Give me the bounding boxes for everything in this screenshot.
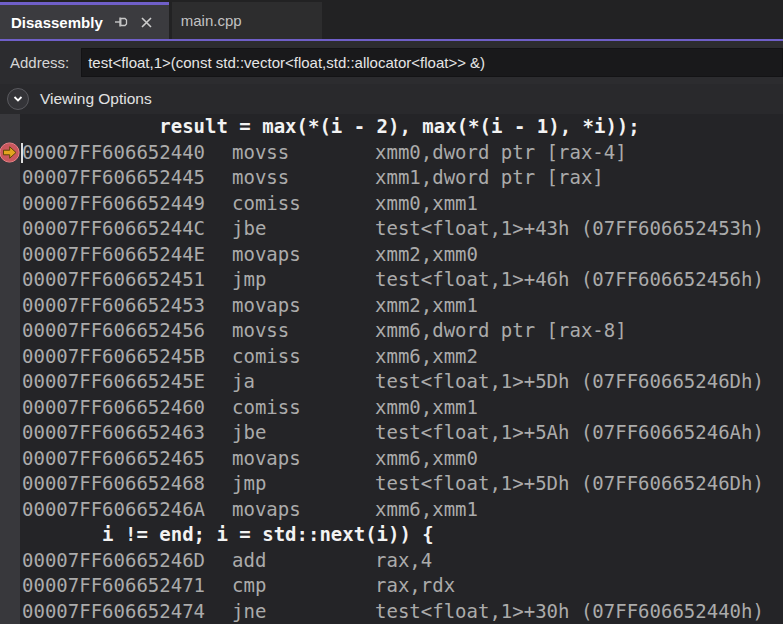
instruction-address: 00007FF60665245B (22, 344, 232, 370)
source-line-row[interactable]: result = max(*(i - 2), max(*(i - 1), *i)… (0, 114, 783, 140)
disassembly-window: Disassembly main.cpp Address: (0, 0, 783, 624)
breakpoint-gutter[interactable] (0, 216, 20, 242)
instruction-address: 00007FF606652453 (22, 293, 232, 319)
instruction-row[interactable]: 00007FF606652456movssxmm6,dword ptr [rax… (0, 318, 783, 344)
breakpoint-gutter[interactable] (0, 191, 20, 217)
instruction-address: 00007FF606652471 (22, 573, 232, 599)
breakpoint-gutter[interactable] (0, 573, 20, 599)
instruction-row[interactable]: 00007FF606652453movapsxmm2,xmm1 (0, 293, 783, 319)
instruction-mnemonic: jmp (232, 267, 375, 293)
instruction-operands: test<float,1>+30h (07FF606652440h) (375, 600, 764, 622)
chevron-down-icon[interactable] (7, 88, 29, 110)
tab-main-cpp[interactable]: main.cpp (172, 2, 322, 39)
breakpoint-gutter[interactable] (0, 522, 20, 548)
breakpoint-gutter[interactable] (0, 471, 20, 497)
instruction-line: 00007FF606652451jmptest<float,1>+46h (07… (20, 267, 764, 293)
tab-disassembly[interactable]: Disassembly (0, 2, 169, 39)
breakpoint-gutter[interactable] (0, 548, 20, 574)
instruction-row[interactable]: 00007FF60665246Amovapsxmm6,xmm1 (0, 497, 783, 523)
instruction-operands: rax,4 (375, 549, 432, 571)
instruction-operands: xmm1,dword ptr [rax] (375, 166, 604, 188)
instruction-row[interactable]: 00007FF60665246Daddrax,4 (0, 548, 783, 574)
instruction-address: 00007FF60665246D (22, 548, 232, 574)
breakpoint-gutter[interactable] (0, 242, 20, 268)
instruction-row[interactable]: 00007FF606652463jbetest<float,1>+5Ah (07… (0, 420, 783, 446)
instruction-operands: xmm0,dword ptr [rax-4] (375, 141, 627, 163)
source-line: result = max(*(i - 2), max(*(i - 1), *i)… (20, 114, 640, 140)
instruction-row[interactable]: 00007FF606652474jnetest<float,1>+30h (07… (0, 599, 783, 624)
instruction-mnemonic: jbe (232, 420, 375, 446)
address-bar: Address: (0, 41, 783, 84)
instruction-address: 00007FF606652456 (22, 318, 232, 344)
instruction-row[interactable]: 00007FF606652440movssxmm0,dword ptr [rax… (0, 140, 783, 166)
instruction-row[interactable]: 00007FF606652451jmptest<float,1>+46h (07… (0, 267, 783, 293)
instruction-row[interactable]: 00007FF606652445movssxmm1,dword ptr [rax… (0, 165, 783, 191)
instruction-operands: test<float,1>+43h (07FF606652453h) (375, 217, 764, 239)
instruction-operands: rax,rdx (375, 574, 455, 596)
instruction-row[interactable]: 00007FF606652449comissxmm0,xmm1 (0, 191, 783, 217)
breakpoint-gutter[interactable] (0, 165, 20, 191)
instruction-operands: xmm2,xmm0 (375, 243, 478, 265)
instruction-operands: test<float,1>+5Dh (07FF60665246Dh) (375, 370, 764, 392)
instruction-address: 00007FF606652465 (22, 446, 232, 472)
breakpoint-gutter[interactable] (0, 395, 20, 421)
instruction-line: 00007FF606652463jbetest<float,1>+5Ah (07… (20, 420, 764, 446)
instruction-line: 00007FF60665244Cjbetest<float,1>+43h (07… (20, 216, 764, 242)
instruction-row[interactable]: 00007FF606652460comissxmm0,xmm1 (0, 395, 783, 421)
instruction-row[interactable]: 00007FF60665244Cjbetest<float,1>+43h (07… (0, 216, 783, 242)
instruction-line: 00007FF606652468jmptest<float,1>+5Dh (07… (20, 471, 764, 497)
breakpoint-gutter[interactable] (0, 599, 20, 624)
breakpoint-gutter[interactable] (0, 267, 20, 293)
instruction-row[interactable]: 00007FF606652465movapsxmm6,xmm0 (0, 446, 783, 472)
instruction-mnemonic: cmp (232, 573, 375, 599)
instruction-operands: xmm6,xmm0 (375, 447, 478, 469)
tab-bar: Disassembly main.cpp (0, 0, 783, 39)
instruction-mnemonic: movss (232, 318, 375, 344)
instruction-mnemonic: jbe (232, 216, 375, 242)
instruction-row[interactable]: 00007FF60665245Ejatest<float,1>+5Dh (07F… (0, 369, 783, 395)
breakpoint-gutter[interactable] (0, 446, 20, 472)
instruction-line: 00007FF606652460comissxmm0,xmm1 (20, 395, 478, 421)
breakpoint-gutter[interactable] (0, 420, 20, 446)
viewing-options-header[interactable]: Viewing Options (0, 84, 783, 114)
instruction-mnemonic: movaps (232, 446, 375, 472)
instruction-mnemonic: ja (232, 369, 375, 395)
source-line-row[interactable]: i != end; i = std::next(i)) { (0, 522, 783, 548)
address-input[interactable] (81, 48, 783, 77)
instruction-row[interactable]: 00007FF606652468jmptest<float,1>+5Dh (07… (0, 471, 783, 497)
instruction-line: 00007FF606652449comissxmm0,xmm1 (20, 191, 478, 217)
tab-disassembly-label: Disassembly (11, 14, 103, 31)
instruction-operands: test<float,1>+5Ah (07FF60665246Ah) (375, 421, 764, 443)
pin-icon[interactable] (113, 14, 129, 30)
instruction-address: 00007FF60665244E (22, 242, 232, 268)
instruction-mnemonic: jmp (232, 471, 375, 497)
instruction-line: 00007FF60665245Ejatest<float,1>+5Dh (07F… (20, 369, 764, 395)
close-icon[interactable] (139, 14, 155, 30)
breakpoint-gutter[interactable] (0, 140, 20, 166)
breakpoint-gutter[interactable] (0, 344, 20, 370)
breakpoint-gutter[interactable] (0, 369, 20, 395)
breakpoint-gutter[interactable] (0, 114, 20, 140)
instruction-row[interactable]: 00007FF60665245Bcomissxmm6,xmm2 (0, 344, 783, 370)
disassembly-listing: result = max(*(i - 2), max(*(i - 1), *i)… (0, 114, 783, 624)
instruction-mnemonic: movaps (232, 293, 375, 319)
instruction-line: 00007FF606652456movssxmm6,dword ptr [rax… (20, 318, 627, 344)
breakpoint-gutter[interactable] (0, 318, 20, 344)
instruction-row[interactable]: 00007FF606652471cmprax,rdx (0, 573, 783, 599)
instruction-address: 00007FF60665245E (22, 369, 232, 395)
instruction-mnemonic: comiss (232, 395, 375, 421)
instruction-line: 00007FF60665244Emovapsxmm2,xmm0 (20, 242, 478, 268)
instruction-line: 00007FF606652440movssxmm0,dword ptr [rax… (20, 140, 627, 166)
instruction-address: 00007FF606652451 (22, 267, 232, 293)
instruction-operands: xmm0,xmm1 (375, 192, 478, 214)
breakpoint-gutter[interactable] (0, 293, 20, 319)
instruction-mnemonic: movaps (232, 242, 375, 268)
instruction-mnemonic: comiss (232, 344, 375, 370)
instruction-operands: xmm6,xmm2 (375, 345, 478, 367)
instruction-operands: test<float,1>+46h (07FF606652456h) (375, 268, 764, 290)
instruction-line: 00007FF606652465movapsxmm6,xmm0 (20, 446, 478, 472)
instruction-address: 00007FF60665246A (22, 497, 232, 523)
source-line: i != end; i = std::next(i)) { (20, 522, 434, 548)
breakpoint-gutter[interactable] (0, 497, 20, 523)
instruction-row[interactable]: 00007FF60665244Emovapsxmm2,xmm0 (0, 242, 783, 268)
